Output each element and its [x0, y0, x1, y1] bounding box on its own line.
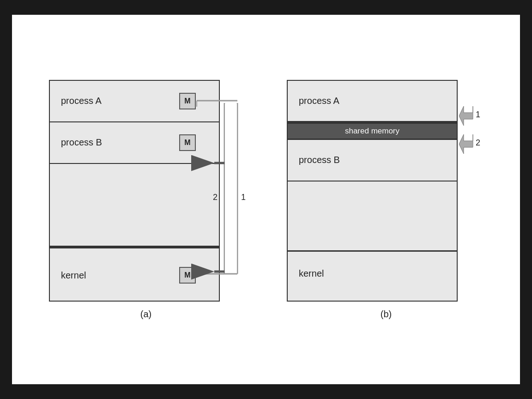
svg-text:1: 1 — [476, 110, 480, 119]
arrows-svg-a: 1 2 — [49, 80, 243, 302]
arrow-2: 2 — [459, 134, 480, 154]
diagram-a-label: (a) — [140, 309, 151, 320]
svg-rect-4 — [225, 103, 237, 273]
diagram-b: process A shared memory process B kernel — [289, 80, 483, 320]
svg-marker-16 — [459, 134, 473, 154]
diagram-b-label: (b) — [381, 309, 392, 320]
svg-text:2: 2 — [476, 138, 480, 147]
svg-marker-14 — [459, 106, 473, 126]
diagram-a: process A M process B M kernel — [49, 80, 243, 320]
arrows-svg-b: 1 2 — [287, 80, 485, 302]
arrow-1: 1 — [459, 106, 480, 126]
svg-text:2: 2 — [213, 193, 218, 202]
svg-text:1: 1 — [241, 193, 246, 202]
main-container: process A M process B M kernel — [12, 15, 520, 384]
